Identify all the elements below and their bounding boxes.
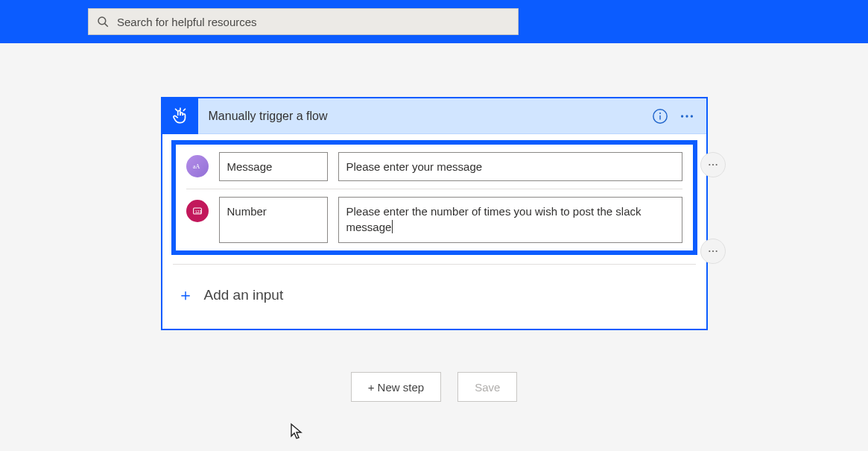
input-description-field[interactable]: Please enter the number of times you wis…	[338, 197, 682, 243]
svg-text:aA: aA	[193, 163, 200, 170]
cursor-icon	[289, 423, 304, 441]
manual-trigger-icon	[162, 98, 198, 134]
input-row-number: 123 Number Please enter the number of ti…	[176, 189, 693, 250]
input-description-field[interactable]: Please enter your message	[338, 152, 682, 181]
flow-canvas: Manually trigger a flow	[0, 43, 868, 402]
inputs-highlight: aA Message Please enter your message 123	[171, 140, 697, 255]
input-name-field[interactable]: Number	[219, 197, 328, 243]
svg-point-6	[685, 115, 688, 117]
search-box[interactable]	[88, 8, 519, 35]
svg-point-4	[659, 112, 660, 113]
row-menu-button[interactable]	[700, 239, 726, 264]
ellipsis-icon[interactable]	[674, 103, 700, 130]
search-icon	[96, 15, 110, 28]
svg-point-15	[712, 250, 713, 252]
save-button: Save	[457, 372, 517, 402]
svg-point-5	[680, 115, 682, 117]
svg-point-14	[709, 250, 710, 252]
svg-point-7	[690, 115, 692, 117]
svg-point-11	[709, 164, 710, 165]
trigger-card: Manually trigger a flow	[161, 97, 708, 330]
add-input-button[interactable]: ＋ Add an input	[173, 264, 696, 329]
trigger-body: aA Message Please enter your message 123	[162, 140, 706, 329]
svg-point-16	[715, 250, 717, 252]
add-input-label: Add an input	[204, 287, 284, 303]
svg-point-0	[98, 17, 106, 25]
footer-actions: + New step Save	[161, 372, 708, 402]
trigger-header: Manually trigger a flow	[162, 98, 706, 134]
new-step-button[interactable]: + New step	[351, 372, 441, 402]
search-input[interactable]	[117, 16, 510, 28]
info-icon[interactable]	[647, 103, 674, 130]
trigger-title: Manually trigger a flow	[198, 110, 647, 123]
svg-text:123: 123	[194, 209, 201, 214]
plus-icon: ＋	[177, 287, 194, 303]
input-name-field[interactable]: Message	[219, 152, 328, 181]
row-menu-button[interactable]	[700, 152, 726, 177]
top-bar	[0, 0, 868, 43]
svg-point-13	[715, 164, 717, 165]
input-row-message: aA Message Please enter your message	[176, 145, 693, 189]
text-type-icon: aA	[186, 155, 209, 177]
svg-point-12	[712, 164, 713, 165]
svg-line-1	[105, 24, 108, 27]
number-type-icon: 123	[186, 200, 209, 222]
